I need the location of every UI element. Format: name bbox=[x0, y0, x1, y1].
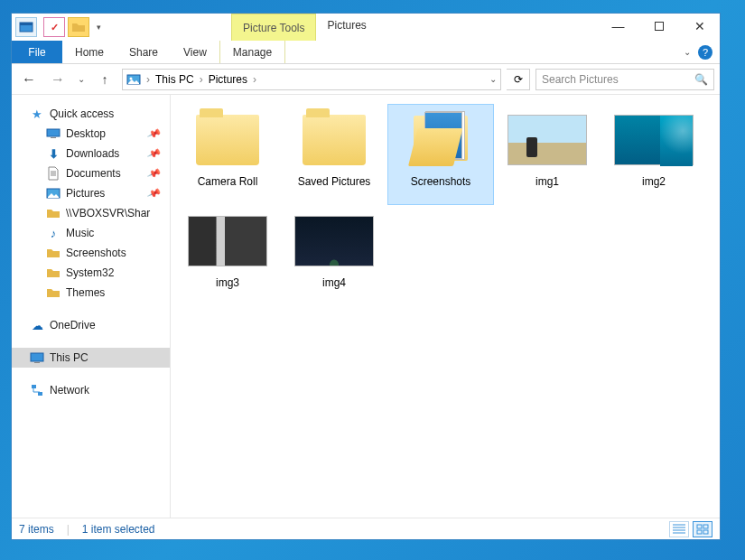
tree-onedrive[interactable]: ☁ OneDrive bbox=[12, 315, 170, 335]
tree-label: This PC bbox=[50, 351, 88, 364]
breadcrumb-bar[interactable]: › This PC › Pictures › ⌄ bbox=[122, 69, 501, 90]
window-controls: ― ✕ bbox=[598, 14, 720, 41]
arrow-left-icon: ← bbox=[22, 71, 36, 88]
tree-label: Network bbox=[50, 384, 89, 397]
view-details-button[interactable] bbox=[669, 521, 689, 537]
minimize-button[interactable]: ― bbox=[598, 14, 638, 39]
image-item[interactable]: img2 bbox=[601, 104, 707, 205]
pictures-icon bbox=[126, 72, 141, 87]
tree-item[interactable]: System32 bbox=[12, 263, 170, 283]
breadcrumb-this-pc[interactable]: This PC bbox=[155, 73, 194, 86]
chevron-down-icon: ▾ bbox=[97, 23, 101, 32]
tree-item[interactable]: ⬇Downloads📌 bbox=[12, 144, 170, 163]
forward-button[interactable]: → bbox=[46, 68, 70, 91]
tree-item[interactable]: Themes bbox=[12, 283, 170, 303]
pin-icon: 📌 bbox=[146, 185, 163, 201]
help-icon: ? bbox=[703, 47, 708, 58]
arrow-right-icon: → bbox=[51, 71, 65, 88]
star-icon: ★ bbox=[30, 107, 44, 121]
tree-item[interactable]: Desktop📌 bbox=[12, 124, 170, 144]
maximize-icon bbox=[655, 22, 664, 31]
image-item[interactable]: img4 bbox=[281, 205, 387, 306]
svg-rect-9 bbox=[32, 385, 36, 388]
up-button[interactable]: ↑ bbox=[93, 68, 116, 91]
item-label: img4 bbox=[322, 276, 346, 289]
chevron-right-icon: › bbox=[251, 73, 258, 86]
ribbon-expand-icon[interactable]: ⌄ bbox=[684, 47, 691, 57]
minimize-icon: ― bbox=[612, 19, 625, 33]
search-placeholder: Search Pictures bbox=[542, 73, 619, 86]
qat-dropdown[interactable]: ▾ bbox=[92, 17, 105, 37]
help-button[interactable]: ? bbox=[698, 45, 712, 60]
folder-icon bbox=[46, 285, 61, 300]
folder-icon bbox=[294, 110, 374, 170]
image-thumbnail bbox=[188, 211, 267, 271]
svg-rect-1 bbox=[20, 23, 33, 25]
tree-label: Quick access bbox=[50, 107, 114, 120]
refresh-button[interactable]: ⟳ bbox=[507, 69, 530, 90]
navigation-pane: ★ Quick access Desktop📌⬇Downloads📌Docume… bbox=[12, 95, 171, 518]
tree-item[interactable]: Screenshots bbox=[12, 243, 170, 263]
qat-newfolder-button[interactable] bbox=[68, 17, 89, 37]
tree-label: Downloads bbox=[66, 147, 119, 160]
tree-label: Themes bbox=[66, 286, 105, 299]
folder-icon bbox=[71, 20, 86, 34]
view-large-icons-button[interactable] bbox=[693, 521, 712, 537]
item-label: Saved Pictures bbox=[298, 175, 371, 188]
folder-icon bbox=[401, 110, 480, 170]
tree-quick-access[interactable]: ★ Quick access bbox=[12, 104, 170, 124]
window-title: Pictures bbox=[316, 14, 377, 41]
close-button[interactable]: ✕ bbox=[679, 14, 720, 39]
tree-item[interactable]: Documents📌 bbox=[12, 163, 170, 183]
tree-item[interactable]: Pictures📌 bbox=[12, 183, 170, 203]
music-icon: ♪ bbox=[46, 226, 61, 240]
tree-item[interactable]: \\VBOXSVR\Shar bbox=[12, 203, 170, 223]
qat-checkbox-button[interactable]: ✓ bbox=[43, 17, 65, 37]
tree-label: Documents bbox=[66, 167, 121, 180]
maximize-button[interactable] bbox=[638, 14, 679, 39]
contextual-tab-picture-tools[interactable]: Picture Tools bbox=[231, 14, 316, 41]
svg-rect-10 bbox=[38, 392, 42, 396]
qat-properties-button[interactable] bbox=[15, 17, 37, 37]
svg-rect-8 bbox=[34, 362, 40, 363]
recent-locations-button[interactable]: ⌄ bbox=[75, 68, 88, 91]
search-input[interactable]: Search Pictures 🔍 bbox=[535, 69, 714, 90]
quick-access-toolbar: ✓ ▾ bbox=[12, 14, 108, 41]
folder-item[interactable]: Saved Pictures bbox=[281, 104, 387, 205]
chevron-down-icon: ⌄ bbox=[78, 74, 85, 84]
check-icon: ✓ bbox=[51, 22, 59, 33]
tab-file[interactable]: File bbox=[12, 41, 62, 63]
pc-icon bbox=[30, 350, 44, 365]
image-item[interactable]: img1 bbox=[494, 104, 601, 205]
refresh-icon: ⟳ bbox=[514, 73, 523, 86]
tree-label: Screenshots bbox=[66, 247, 126, 259]
tab-manage[interactable]: Manage bbox=[219, 41, 285, 63]
tree-item[interactable]: ♪Music bbox=[12, 223, 170, 243]
tree-label: Music bbox=[66, 227, 94, 239]
tab-view[interactable]: View bbox=[171, 41, 219, 63]
tab-share[interactable]: Share bbox=[116, 41, 171, 63]
svg-rect-5 bbox=[51, 137, 56, 138]
svg-rect-13 bbox=[697, 530, 702, 534]
breadcrumb-pictures[interactable]: Pictures bbox=[209, 73, 247, 86]
tab-home[interactable]: Home bbox=[62, 41, 116, 63]
svg-rect-12 bbox=[703, 525, 708, 528]
content-pane[interactable]: Camera RollSaved PicturesScreenshotsimg1… bbox=[171, 95, 720, 518]
tree-this-pc[interactable]: This PC bbox=[12, 348, 170, 368]
image-item[interactable]: img3 bbox=[174, 205, 281, 306]
folder-item[interactable]: Screenshots bbox=[387, 104, 494, 205]
properties-icon bbox=[19, 20, 33, 34]
chevron-right-icon: › bbox=[198, 73, 205, 86]
item-label: Screenshots bbox=[411, 175, 471, 188]
image-thumbnail bbox=[614, 110, 694, 170]
folder-icon bbox=[46, 266, 61, 280]
network-icon bbox=[30, 383, 44, 397]
pictures-icon bbox=[46, 186, 61, 201]
svg-rect-7 bbox=[31, 353, 43, 361]
tree-network[interactable]: Network bbox=[12, 380, 170, 400]
close-icon: ✕ bbox=[694, 19, 705, 33]
item-label: Camera Roll bbox=[198, 175, 258, 188]
folder-item[interactable]: Camera Roll bbox=[174, 104, 281, 205]
back-button[interactable]: ← bbox=[17, 68, 41, 91]
breadcrumb-dropdown[interactable]: ⌄ bbox=[489, 74, 497, 84]
